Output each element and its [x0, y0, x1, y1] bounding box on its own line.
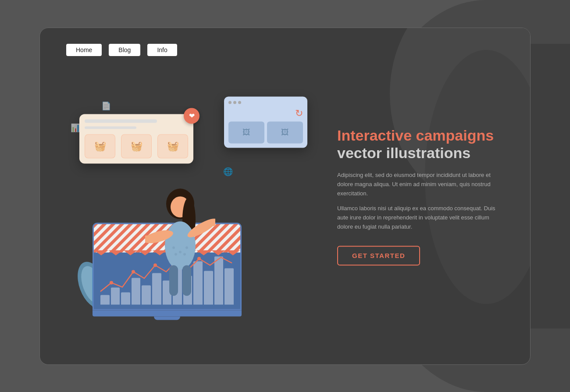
- dot-1: [228, 101, 232, 104]
- nav-home-button[interactable]: Home: [66, 44, 102, 56]
- navigation: Home Blog Info: [66, 44, 177, 56]
- ecom-item-1: 🧺: [85, 134, 115, 158]
- chart-float-icon: 📊: [71, 123, 80, 132]
- svg-point-6: [110, 281, 113, 284]
- doc-float-icon: 📄: [101, 101, 111, 110]
- laptop-base: [93, 310, 242, 316]
- svg-point-21: [172, 246, 175, 249]
- body-text-1: Adipiscing elit, sed do eiusmod tempor i…: [337, 171, 504, 198]
- basket-icon-1: 🧺: [94, 141, 106, 152]
- headline: Interactive campaigns vector illustratio…: [337, 127, 504, 162]
- heart-badge: ❤: [184, 108, 200, 124]
- browser-image-2: 🖼: [267, 121, 303, 143]
- headline-accent: Interactive campaigns: [337, 127, 504, 145]
- popup-bar-1: [85, 119, 157, 123]
- svg-point-14: [165, 221, 196, 269]
- svg-rect-20: [182, 265, 191, 296]
- globe-float-icon: 🌐: [223, 166, 233, 176]
- browser-popup: ↻ 🖼 🖼: [224, 96, 307, 148]
- ecom-item-2: 🧺: [121, 134, 152, 158]
- svg-point-24: [175, 253, 177, 255]
- illustration-area: 📊 🌐 🔄 📄 🧺 🧺 🧺: [66, 88, 321, 328]
- woman-figure: [145, 184, 215, 307]
- body-text-2: Ullamco laboris nisi ut aliquip ex ea co…: [337, 205, 504, 232]
- basket-icon-2: 🧺: [131, 141, 142, 152]
- basket-icon-3: 🧺: [167, 141, 179, 152]
- laptop-stand: [154, 316, 180, 320]
- popup-bar-2: [85, 126, 136, 129]
- svg-point-7: [132, 270, 135, 273]
- svg-point-22: [179, 251, 182, 253]
- hero-content: Interactive campaigns vector illustratio…: [337, 127, 504, 265]
- main-card: Home Blog Info 📊 🌐 🔄 📄 🧺 🧺: [39, 28, 531, 365]
- headline-normal: vector illustrations: [337, 145, 504, 162]
- svg-rect-19: [169, 265, 178, 296]
- ecommerce-items: 🧺 🧺 🧺: [85, 134, 188, 158]
- browser-image-1: 🖼: [228, 121, 264, 143]
- ecommerce-popup: 🧺 🧺 🧺 ❤: [79, 114, 193, 163]
- svg-point-25: [183, 253, 186, 255]
- browser-dots: [228, 101, 303, 104]
- sync-arrow-icon: ↻: [228, 107, 303, 119]
- dot-2: [233, 101, 236, 104]
- outer-background: Home Blog Info 📊 🌐 🔄 📄 🧺 🧺: [0, 0, 570, 392]
- nav-blog-button[interactable]: Blog: [109, 44, 140, 56]
- svg-point-23: [185, 246, 188, 249]
- browser-images: 🖼 🖼: [228, 121, 303, 143]
- dot-3: [238, 101, 241, 104]
- ecom-item-3: 🧺: [157, 134, 188, 158]
- cta-button[interactable]: GET STARTED: [337, 246, 420, 265]
- nav-info-button[interactable]: Info: [147, 44, 177, 56]
